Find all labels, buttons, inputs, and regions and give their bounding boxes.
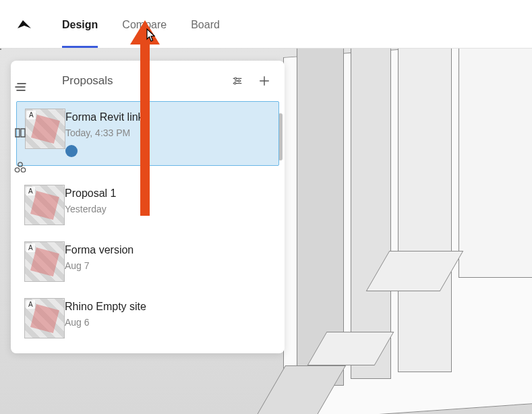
svg-point-2 — [21, 168, 25, 172]
proposal-item[interactable]: A Proposal 1 Yesterday — [16, 178, 279, 223]
proposal-date: Today, 4:33 PM — [65, 127, 144, 138]
sidebar-rail — [0, 61, 40, 263]
svg-point-5 — [234, 82, 236, 84]
tab-design[interactable]: Design — [62, 1, 98, 47]
proposal-date: Aug 6 — [65, 317, 146, 328]
proposal-name: Proposal 1 — [65, 187, 117, 200]
proposal-item[interactable]: A Rhino Empty site Aug 6 — [16, 291, 279, 336]
thumb-badge: A — [26, 300, 35, 309]
proposal-item[interactable]: A Forma Revit link Today, 4:33 PM — [16, 101, 279, 166]
svg-point-0 — [18, 162, 22, 167]
header-nav: Design Compare Board — [0, 0, 532, 49]
modules-icon[interactable] — [13, 160, 28, 175]
proposal-name: Rhino Empty site — [65, 301, 146, 313]
svg-point-1 — [15, 168, 19, 172]
menu-icon[interactable] — [13, 80, 28, 94]
avatar — [65, 145, 78, 157]
tab-board[interactable]: Board — [191, 1, 220, 47]
library-icon[interactable] — [13, 125, 28, 140]
proposal-list: A Forma Revit link Today, 4:33 PM A Prop… — [11, 101, 285, 336]
filter-icon[interactable] — [231, 74, 244, 88]
add-proposal-icon[interactable] — [258, 74, 271, 88]
proposals-panel: Proposals A Forma Revit link Today, 4:33… — [11, 61, 285, 353]
proposal-name: Forma Revit link — [65, 111, 144, 123]
proposal-item[interactable]: A Forma version Aug 7 — [16, 235, 279, 279]
proposal-name: Forma version — [65, 244, 134, 256]
proposal-thumbnail: A — [24, 298, 65, 338]
svg-point-3 — [235, 78, 237, 80]
panel-title: Proposals — [62, 74, 113, 88]
proposal-date: Yesterday — [65, 204, 117, 214]
tab-compare[interactable]: Compare — [122, 1, 167, 47]
svg-point-4 — [238, 80, 240, 82]
proposal-date: Aug 7 — [65, 260, 134, 271]
brand-logo — [16, 16, 32, 32]
